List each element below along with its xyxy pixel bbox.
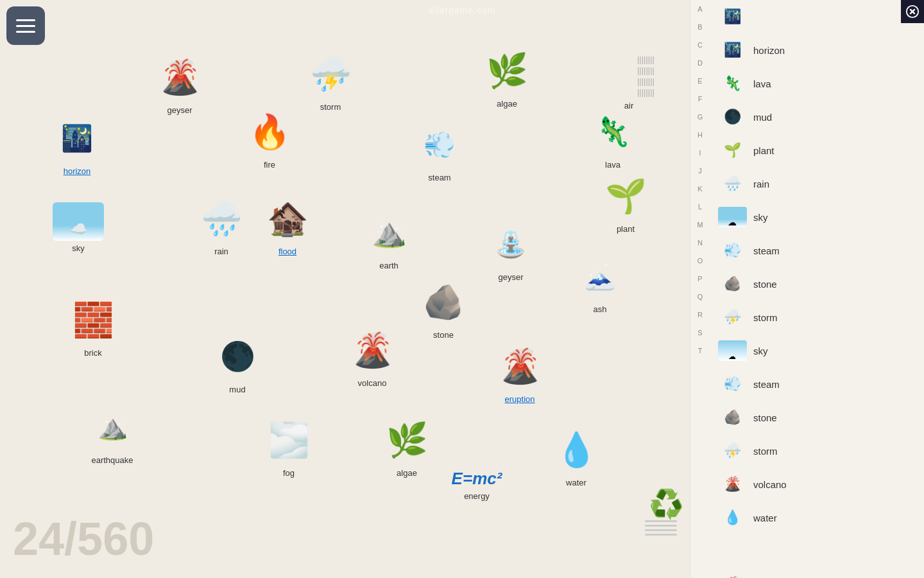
- sidebar-item-unknown-a[interactable]: 🌃: [710, 0, 924, 33]
- item-label-earth-1: earth: [379, 261, 398, 270]
- sidebar-item-rain[interactable]: 🌧️ rain: [710, 167, 924, 200]
- sidebar-item-mud[interactable]: 🌑 mud: [710, 100, 924, 134]
- item-label-sky-1: sky: [72, 243, 85, 253]
- item-label-steam-1: steam: [428, 173, 450, 182]
- sidebar-item-water[interactable]: 💧 water: [710, 501, 924, 534]
- alpha-Q[interactable]: Q: [690, 288, 710, 306]
- sidebar-item-steam[interactable]: 💨 steam: [710, 234, 924, 267]
- menu-button[interactable]: [6, 6, 45, 45]
- sidebar-item-storm-2[interactable]: ⛈️ storm: [710, 434, 924, 468]
- alpha-J[interactable]: J: [690, 162, 710, 180]
- alpha-S[interactable]: S: [690, 324, 710, 342]
- item-algae-1[interactable]: 🌿 algae: [481, 45, 533, 109]
- alpha-B[interactable]: B: [690, 18, 710, 36]
- item-fire-1[interactable]: 🔥 fire: [244, 106, 295, 170]
- item-fog-1[interactable]: 🌫️ fog: [263, 414, 314, 478]
- item-label-fog-1: fog: [283, 468, 295, 478]
- item-label-lava-1: lava: [605, 160, 620, 170]
- item-label-geyser-2: geyser: [498, 272, 523, 282]
- item-geyser-2[interactable]: ⛲ geyser: [485, 218, 536, 282]
- item-geyser-1[interactable]: 🌋 geyser: [154, 51, 205, 115]
- item-label-eruption-1: eruption: [505, 394, 535, 404]
- item-algae-2[interactable]: 🌿 algae: [381, 414, 432, 478]
- sidebar-item-stone-2[interactable]: 🪨 stone: [710, 401, 924, 434]
- item-flood-1[interactable]: 🏚️ flood: [262, 193, 313, 256]
- sidebar-sky-image: ☁: [718, 207, 747, 227]
- item-label-geyser-1: geyser: [167, 105, 192, 115]
- sidebar-item-plant[interactable]: 🌱 plant: [710, 134, 924, 167]
- item-volcano-1[interactable]: 🌋 volcano: [346, 324, 398, 388]
- alpha-P[interactable]: P: [690, 270, 710, 288]
- alpha-C[interactable]: C: [690, 36, 710, 54]
- alpha-A[interactable]: A: [690, 0, 710, 18]
- alpha-L[interactable]: L: [690, 198, 710, 216]
- alpha-O[interactable]: O: [690, 252, 710, 270]
- item-label-flood-1: flood: [278, 247, 296, 256]
- sidebar-label-lava: lava: [753, 78, 771, 89]
- item-sky-1[interactable]: sky: [53, 202, 104, 253]
- item-label-brick-1: brick: [84, 348, 101, 358]
- alpha-D[interactable]: D: [690, 54, 710, 72]
- alphabet-index[interactable]: A B C D E F G H I J K L M N O P Q R S T: [690, 0, 710, 578]
- item-eruption-1[interactable]: 🌋 eruption: [494, 340, 545, 404]
- sidebar-item-stone[interactable]: 🪨 stone: [710, 267, 924, 301]
- close-button[interactable]: [901, 0, 924, 23]
- alpha-G[interactable]: G: [690, 108, 710, 126]
- alpha-N[interactable]: N: [690, 234, 710, 252]
- item-label-storm-1: storm: [320, 102, 341, 112]
- item-earthquake-1[interactable]: ⛰️ earthquake: [87, 401, 138, 465]
- item-label-earthquake-1: earthquake: [91, 455, 133, 465]
- item-label-horizon-1: horizon: [64, 166, 91, 176]
- sidebar-item-storm[interactable]: ⛈️ storm: [710, 301, 924, 334]
- item-energy-1[interactable]: E=mc² energy: [448, 469, 506, 501]
- sidebar-label-mud: mud: [753, 112, 772, 123]
- alpha-I[interactable]: I: [690, 144, 710, 162]
- item-ash-1[interactable]: 🗻 ash: [574, 250, 626, 314]
- item-steam-1[interactable]: 💨 steam: [414, 119, 465, 182]
- sidebar-label-rain: rain: [753, 179, 769, 189]
- sidebar-item-steam-2[interactable]: 💨 steam: [710, 367, 924, 401]
- item-brick-1[interactable]: 🧱 brick: [67, 294, 119, 358]
- item-air-1[interactable]: |||||||||||||||||||||||||||||||| air: [603, 55, 654, 110]
- menu-line-1: [16, 19, 35, 21]
- item-label-rain-1: rain: [214, 247, 228, 256]
- item-horizon-1[interactable]: 🌃 horizon: [51, 112, 103, 176]
- sidebar-label-sky-2: sky: [753, 346, 768, 356]
- sidebar-label-volcano: volcano: [753, 479, 787, 490]
- item-water-1[interactable]: 💧 water: [551, 424, 602, 487]
- item-label-fire-1: fire: [264, 160, 275, 170]
- sidebar-item-q[interactable]: [710, 534, 924, 568]
- sidebar-label-storm: storm: [753, 312, 778, 323]
- sidebar-label-stone-2: stone: [753, 412, 777, 423]
- sidebar-item-lava[interactable]: 🦎 lava: [710, 67, 924, 100]
- alpha-F[interactable]: F: [690, 90, 710, 108]
- alpha-T[interactable]: T: [690, 342, 710, 360]
- item-label-volcano-1: volcano: [358, 378, 387, 388]
- sidebar-label-storm-2: storm: [753, 446, 778, 457]
- sky-image: [53, 202, 104, 241]
- lines-decoration: [645, 520, 677, 536]
- sidebar-item-sky[interactable]: ☁ sky: [710, 200, 924, 234]
- item-lava-1[interactable]: 🦎 lava: [587, 106, 638, 170]
- sidebar-label-sky: sky: [753, 212, 768, 223]
- sidebar-label-steam-2: steam: [753, 379, 780, 390]
- item-rain-1[interactable]: 🌧️ rain: [196, 193, 247, 256]
- item-mud-1[interactable]: 🌑 mud: [212, 331, 263, 394]
- sidebar-item-volcano-2[interactable]: 🌋 volcano: [710, 568, 924, 578]
- item-storm-1[interactable]: ⛈️ storm: [305, 48, 356, 112]
- item-earth-1[interactable]: ⛰️ earth: [363, 207, 415, 270]
- menu-line-2: [16, 25, 35, 27]
- alpha-M[interactable]: M: [690, 216, 710, 234]
- item-label-plant-1: plant: [617, 224, 635, 234]
- item-plant-1[interactable]: 🌱 plant: [600, 170, 651, 234]
- sidebar-item-horizon[interactable]: 🌃 horizon: [710, 33, 924, 67]
- item-stone-1[interactable]: 🪨 stone: [418, 276, 469, 340]
- alpha-H[interactable]: H: [690, 126, 710, 144]
- menu-line-3: [16, 31, 35, 33]
- alpha-K[interactable]: K: [690, 180, 710, 198]
- sidebar-item-volcano[interactable]: 🌋 volcano: [710, 468, 924, 501]
- sidebar: A B C D E F G H I J K L M N O P Q R S T …: [690, 0, 924, 578]
- alpha-E[interactable]: E: [690, 72, 710, 90]
- alpha-R[interactable]: R: [690, 306, 710, 324]
- sidebar-item-sky-2[interactable]: ☁ sky: [710, 334, 924, 367]
